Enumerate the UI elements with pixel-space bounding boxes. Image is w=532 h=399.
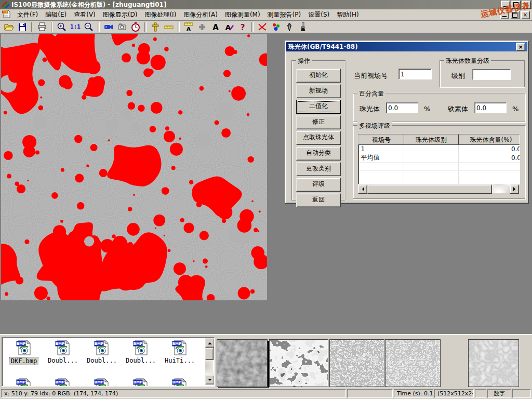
scroll-right-icon[interactable] <box>510 184 519 194</box>
mdi-restore-button[interactable] <box>510 11 520 19</box>
status-cursor-position: x: 510 y: 79 idx: 0 RGB: (174, 174, 174) <box>1 389 346 398</box>
op-button-1[interactable]: 新视场 <box>296 84 341 98</box>
zoom-out-icon[interactable] <box>83 21 95 33</box>
current-field-input[interactable] <box>398 69 432 79</box>
op-button-3[interactable]: 修正 <box>296 115 341 129</box>
op-button-8[interactable]: 返回 <box>296 193 341 207</box>
menu-item-2[interactable]: 查看(V) <box>70 9 99 20</box>
title-bar: IS100显微摄像系统(金相分析版) - [zhuguangti01] × <box>0 0 532 9</box>
op-button-4[interactable]: 点取珠光体 <box>296 131 341 145</box>
op-button-0[interactable]: 初始化 <box>296 69 341 83</box>
menu-items: 文件(F)编辑(E)查看(V)图像显示(D)图像处理(I)图像分析(A)图像测量… <box>14 9 363 20</box>
measure-text-icon[interactable]: A <box>182 21 195 33</box>
grid-icon[interactable] <box>196 21 208 33</box>
actual-size-icon[interactable]: 1:1 <box>69 21 82 33</box>
menu-item-7[interactable]: 测量报告(P) <box>264 9 305 20</box>
table-hscrollbar[interactable] <box>358 184 519 193</box>
ferrite-percent-input[interactable] <box>474 102 507 113</box>
file-item-row2-3[interactable]: BMP <box>122 378 159 387</box>
file-name: Doubl... <box>47 357 79 364</box>
open-icon[interactable] <box>3 21 15 33</box>
file-item-row2-2[interactable]: BMP <box>83 378 121 387</box>
bmp-file-icon: BMP <box>16 340 32 355</box>
op-button-5[interactable]: 自动分类 <box>296 147 341 161</box>
thumbnail-micrograph-1[interactable] <box>217 339 268 387</box>
text-icon[interactable]: A <box>209 21 222 33</box>
table-row-2[interactable] <box>359 163 521 171</box>
annotate-icon[interactable]: A <box>223 21 235 33</box>
menu-item-0[interactable]: 文件(F) <box>14 9 42 20</box>
mdi-minimize-button[interactable] <box>500 11 509 19</box>
menu-item-8[interactable]: 设置(S) <box>304 9 333 20</box>
pearlite-percent-input[interactable] <box>386 102 418 113</box>
menu-item-6[interactable]: 图像测量(M) <box>221 9 264 20</box>
menu-item-5[interactable]: 图像分析(A) <box>180 9 221 20</box>
status-image-size: (512x512x24) <box>434 389 474 398</box>
file-item-2[interactable]: BMPDoubl... <box>83 340 121 364</box>
table-header-0[interactable]: 视场号 <box>359 135 404 145</box>
dialog-close-icon[interactable]: × <box>516 43 525 51</box>
hscroll-thumb[interactable] <box>367 184 492 194</box>
op-button-6[interactable]: 更改类别 <box>296 162 341 176</box>
micrograph-binary-overlay[interactable] <box>1 34 267 300</box>
grade-input[interactable] <box>472 69 511 80</box>
file-item-row2-0[interactable]: BMP <box>5 378 43 387</box>
table-header-1[interactable]: 珠光体级别 <box>404 135 459 145</box>
zoom-in-icon[interactable] <box>56 21 68 33</box>
status-time: Time (s): 0.113 <box>394 389 433 398</box>
ruler-icon[interactable] <box>163 21 175 33</box>
scroll-up-icon[interactable] <box>205 338 215 348</box>
svg-text:BMP: BMP <box>172 380 181 384</box>
camera-icon[interactable] <box>116 21 128 33</box>
mdi-close-button[interactable]: × <box>521 11 530 19</box>
file-item-row2-4[interactable]: BMP <box>161 378 198 387</box>
print-icon[interactable] <box>36 21 48 33</box>
file-list[interactable]: BMPDKF.bmpBMPDoubl...BMPDoubl...BMPDoubl… <box>2 337 215 387</box>
curve-tool-icon[interactable] <box>256 21 269 33</box>
rating-table[interactable]: 视场号珠光体级别珠光体含量(%)铁素体含量(%)10.0平均值0.0 <box>358 134 520 184</box>
filelist-vscrollbar[interactable] <box>205 338 214 384</box>
restore-button[interactable] <box>511 1 521 9</box>
thumbnail-micrograph-5[interactable] <box>468 339 519 387</box>
bmp-file-icon: BMP <box>94 340 110 355</box>
scroll-down-icon[interactable] <box>205 375 215 384</box>
file-item-4[interactable]: BMPHuiTi... <box>161 340 198 364</box>
menu-item-3[interactable]: 图像显示(D) <box>99 9 141 20</box>
svg-text:A: A <box>212 23 219 32</box>
file-item-3[interactable]: BMPDoubl... <box>122 340 159 364</box>
table-header-2[interactable]: 珠光体含量(%) <box>459 135 521 145</box>
save-icon[interactable] <box>16 21 29 33</box>
table-row-4[interactable] <box>359 179 521 185</box>
table-cell-0-0: 1 <box>359 145 404 153</box>
bmp-file-icon: BMP <box>16 378 32 387</box>
particles-icon[interactable] <box>270 21 282 33</box>
menu-item-1[interactable]: 编辑(E) <box>42 9 70 20</box>
help-icon[interactable]: ? <box>236 21 249 33</box>
bmp-file-icon: BMP <box>132 340 149 355</box>
op-button-7[interactable]: 评级 <box>296 178 341 192</box>
op-button-2[interactable]: 二值化 <box>296 100 341 114</box>
close-button[interactable]: × <box>522 1 531 9</box>
dialog-title: 珠光体(GB/T9441-88) <box>288 43 358 51</box>
file-item-1[interactable]: BMPDoubl... <box>44 340 82 364</box>
table-row-0[interactable]: 10.0 <box>359 145 521 153</box>
file-item-row2-1[interactable]: BMP <box>44 378 82 387</box>
table-row-1[interactable]: 平均值0.0 <box>359 153 521 163</box>
brush-icon[interactable] <box>297 21 309 33</box>
file-item-0[interactable]: BMPDKF.bmp <box>5 340 43 365</box>
table-row-3[interactable] <box>359 171 521 179</box>
minimize-button[interactable] <box>501 1 510 9</box>
video-camera-icon[interactable] <box>102 21 115 33</box>
thumbnail-micrograph-4[interactable] <box>385 339 441 387</box>
menu-item-9[interactable]: 帮助(H) <box>333 9 362 20</box>
scroll-left-icon[interactable] <box>358 184 367 194</box>
table-cell-1-2: 0.0 <box>459 153 521 163</box>
menu-item-4[interactable]: 图像处理(I) <box>141 9 180 20</box>
thumbnail-micrograph-3[interactable] <box>329 339 384 387</box>
vscroll-thumb[interactable] <box>205 348 214 360</box>
timer-icon[interactable] <box>129 21 142 33</box>
thumbnail-micrograph-2[interactable] <box>269 339 328 387</box>
caliper-icon[interactable] <box>149 21 162 33</box>
dialog-title-bar[interactable]: 珠光体(GB/T9441-88) × <box>286 42 527 51</box>
pen-icon[interactable] <box>283 21 296 33</box>
